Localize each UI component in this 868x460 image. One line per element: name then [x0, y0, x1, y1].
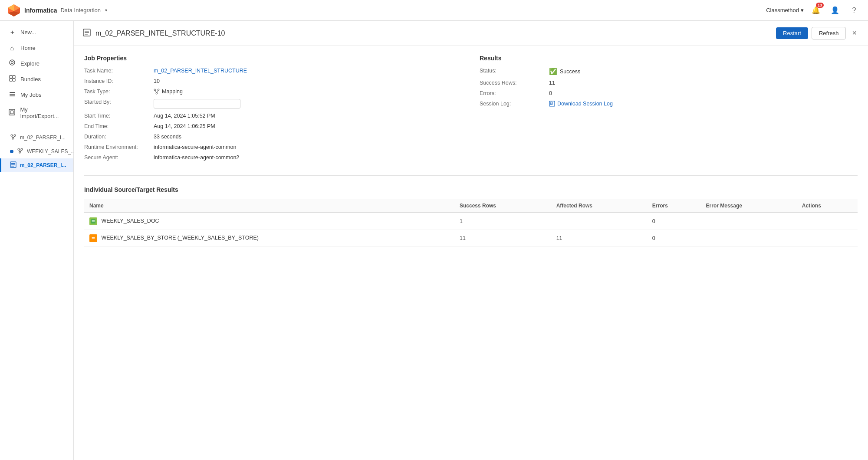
sidebar-m02-label: m_02_PARSER_I...: [20, 135, 66, 141]
sidebar-weekly-label: WEEKLY_SALES_...: [27, 148, 74, 154]
task-type-label: Task Type:: [84, 89, 154, 95]
explore-icon: [8, 59, 16, 67]
panel-body: Job Properties Task Name: m_02_PARSER_IN…: [74, 46, 868, 256]
svg-rect-33: [85, 33, 89, 33]
sidebar-item-home[interactable]: ⌂ Home: [0, 40, 73, 56]
svg-point-37: [156, 92, 158, 94]
task-type-row: Task Type: Mapping: [84, 89, 462, 95]
close-button[interactable]: ×: [849, 28, 859, 39]
svg-point-23: [21, 148, 23, 150]
col-name: Name: [84, 199, 454, 213]
results-section: Results Status: ✅ Success Success Rows: …: [480, 55, 858, 165]
success-rows-value: 11: [549, 80, 555, 86]
row1-error-message: [701, 213, 797, 230]
svg-rect-32: [85, 31, 89, 32]
svg-line-26: [20, 150, 22, 151]
duration-value: 33 seconds: [154, 134, 181, 140]
svg-rect-12: [10, 92, 15, 93]
row2-actions: [797, 230, 858, 247]
svg-rect-29: [11, 164, 15, 165]
row1-success-rows: 1: [454, 213, 551, 230]
row2-affected-rows: 11: [551, 230, 647, 247]
instance-id-row: Instance ID: 10: [84, 78, 462, 84]
row2-icon: [89, 234, 97, 242]
svg-point-35: [154, 89, 156, 91]
svg-rect-28: [11, 163, 15, 164]
sidebar-m02-active-label: m_02_PARSER_I...: [20, 162, 66, 168]
secure-agent-row: Secure Agent: informatica-secure-agent-c…: [84, 154, 462, 161]
duration-label: Duration:: [84, 134, 154, 140]
svg-point-22: [18, 148, 20, 150]
svg-point-36: [158, 89, 159, 91]
m02-icon: [10, 134, 16, 141]
row2-errors: 0: [647, 230, 701, 247]
home-icon: ⌂: [8, 44, 16, 52]
task-name-row: Task Name: m_02_PARSER_INTEL_STRUCTURE: [84, 68, 462, 74]
svg-rect-49: [92, 239, 95, 239]
start-time-value: Aug 14, 2024 1:05:52 PM: [154, 113, 215, 119]
errors-value: 0: [549, 90, 552, 96]
org-selector[interactable]: Classmethod ▾: [766, 7, 804, 13]
success-icon: ✅: [549, 68, 557, 76]
individual-results-table: Name Success Rows Affected Rows Errors E…: [84, 199, 858, 247]
sidebar-recent-m02[interactable]: m_02_PARSER_I...: [0, 131, 73, 145]
runtime-env-label: Runtime Environment:: [84, 144, 154, 150]
sidebar-new-label: New...: [20, 29, 36, 36]
svg-line-39: [157, 91, 158, 92]
col-errors: Errors: [647, 199, 701, 213]
row1-affected-rows: [551, 213, 647, 230]
app-subtitle: Data Integration: [60, 7, 101, 13]
end-time-row: End Time: Aug 14, 2024 1:06:25 PM: [84, 123, 462, 129]
main-content: m_02_PARSER_INTEL_STRUCTURE-10 Restart R…: [74, 21, 868, 460]
m02-active-icon: [10, 161, 16, 169]
sidebar-myjobs-label: My Jobs: [20, 92, 41, 98]
svg-line-21: [13, 136, 15, 138]
svg-rect-47: [91, 236, 95, 240]
app-dropdown-arrow[interactable]: ▾: [105, 8, 107, 13]
success-rows-label: Success Rows:: [480, 80, 549, 86]
row2-name: WEEKLY_SALES_BY_STORE (_WEEKLY_SALES_BY_…: [84, 230, 454, 247]
myimport-icon: [8, 109, 16, 117]
sidebar-myimport-label: My Import/Export...: [20, 106, 66, 119]
sidebar-recent-weekly[interactable]: WEEKLY_SALES_...: [0, 145, 73, 158]
sidebar-recent-m02-active[interactable]: m_02_PARSER_I...: [0, 158, 73, 172]
svg-rect-8: [10, 76, 12, 78]
download-session-log-link[interactable]: Download Session Log: [549, 101, 613, 107]
col-error-message: Error Message: [701, 199, 797, 213]
status-value: ✅ Success: [549, 68, 580, 76]
refresh-button[interactable]: Refresh: [812, 27, 846, 39]
top-nav: Informatica Data Integration ▾ Classmeth…: [0, 0, 868, 21]
started-by-box[interactable]: [154, 99, 240, 108]
svg-rect-10: [10, 79, 12, 81]
notifications-button[interactable]: 🔔 13: [809, 3, 823, 17]
runtime-env-value: informatica-secure-agent-common: [154, 144, 236, 150]
col-success-rows: Success Rows: [454, 199, 551, 213]
restart-button[interactable]: Restart: [776, 27, 808, 39]
table-header-row: Name Success Rows Affected Rows Errors E…: [84, 199, 858, 213]
sidebar-item-myimport[interactable]: My Import/Export...: [0, 102, 73, 123]
sidebar-item-myjobs[interactable]: My Jobs: [0, 87, 73, 102]
task-name-value[interactable]: m_02_PARSER_INTEL_STRUCTURE: [154, 68, 247, 74]
errors-label: Errors:: [480, 90, 549, 96]
status-row: Status: ✅ Success: [480, 68, 858, 76]
job-properties-title: Job Properties: [84, 55, 462, 62]
session-log-row: Session Log: Download Session Log: [480, 101, 858, 107]
informatica-logo: [7, 3, 21, 17]
sidebar-item-bundles[interactable]: Bundles: [0, 71, 73, 87]
panel-header: m_02_PARSER_INTEL_STRUCTURE-10 Restart R…: [74, 21, 868, 46]
weekly-icon: [17, 148, 23, 155]
user-button[interactable]: 👤: [828, 3, 842, 17]
success-rows-row: Success Rows: 11: [480, 80, 858, 86]
svg-rect-11: [13, 79, 15, 81]
svg-rect-30: [11, 166, 14, 167]
task-name-label: Task Name:: [84, 68, 154, 74]
sidebar-item-new[interactable]: ＋ New...: [0, 24, 73, 40]
org-dropdown-arrow: ▾: [801, 7, 804, 13]
sidebar-item-explore[interactable]: Explore: [0, 56, 73, 71]
help-button[interactable]: ?: [847, 3, 861, 17]
errors-row: Errors: 0: [480, 90, 858, 96]
instance-id-label: Instance ID:: [84, 78, 154, 84]
myjobs-icon: [8, 91, 16, 99]
svg-rect-9: [13, 76, 15, 78]
svg-rect-48: [92, 237, 95, 238]
